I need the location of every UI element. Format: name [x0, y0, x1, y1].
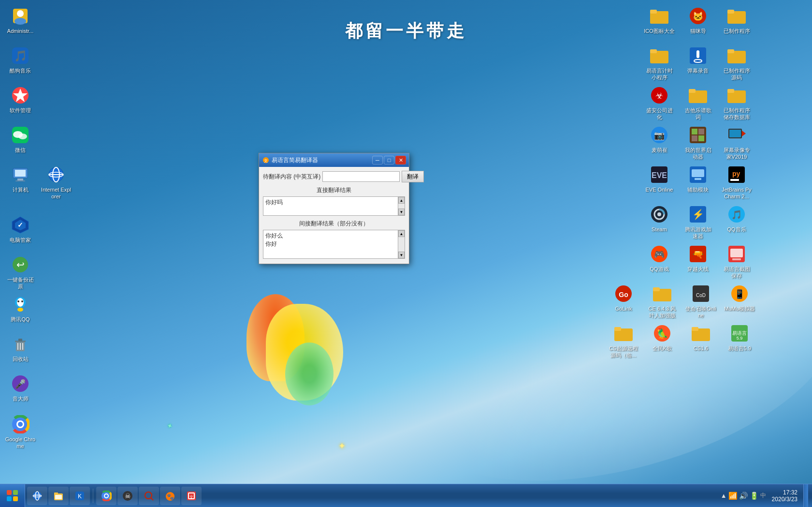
- icon-danmu-label: 弹幕录音: [687, 67, 709, 74]
- dialog-indirect-scrollbar[interactable]: ▲ ▼: [398, 230, 405, 258]
- icon-quanminge[interactable]: 🦜 全民K歌: [645, 321, 680, 354]
- icon-db-folder[interactable]: 已制作程序储存数据库: [719, 83, 754, 123]
- icon-quanminge-label: 全民K歌: [652, 345, 672, 352]
- show-desktop-button[interactable]: [803, 484, 808, 507]
- icon-qqgames[interactable]: 🎮 QQ游戏: [642, 242, 677, 274]
- icon-made-program-src-label: 已制作程序源码: [721, 67, 752, 81]
- systray-net[interactable]: 📶: [728, 492, 738, 500]
- icon-qqmusic-label: QQ音乐: [727, 226, 746, 233]
- logo-q2: [13, 490, 18, 495]
- icon-music-folder[interactable]: 吉他乐谱歌词: [681, 83, 715, 123]
- icon-software-mgr[interactable]: 软件管理: [3, 83, 38, 116]
- scrollbar-up-arrow[interactable]: ▲: [398, 197, 405, 204]
- icon-jetbrains[interactable]: py JetBrains PyCharm 2...: [719, 163, 754, 202]
- svg-text:☠: ☠: [125, 492, 131, 500]
- icon-biohazard[interactable]: ☣ 盛安公司进化: [642, 83, 677, 123]
- systray-arrow[interactable]: ▲: [721, 492, 727, 499]
- icon-qqmusic[interactable]: 🎵 QQ音乐: [719, 202, 754, 235]
- icon-qqgames-label: QQ游戏: [650, 266, 668, 272]
- svg-rect-55: [727, 49, 734, 53]
- dialog-translate-input[interactable]: [322, 171, 400, 182]
- icon-assist-module[interactable]: 辅助模块: [681, 163, 715, 195]
- icon-mumu[interactable]: 📱 MuMu模拟器: [722, 282, 757, 314]
- icon-cod-online[interactable]: CoD 使命召唤Online: [683, 282, 718, 321]
- icon-cs-remote[interactable]: CS起源远程源码（临...: [606, 321, 641, 361]
- taskbar-ie[interactable]: [27, 487, 47, 505]
- taskbar-kkmusic[interactable]: K: [70, 487, 90, 505]
- icon-yiyu59-label: 易语言5.9: [728, 345, 751, 352]
- systray-ime[interactable]: 中: [760, 492, 766, 500]
- taskbar-chrome[interactable]: [96, 487, 116, 505]
- icon-administrator[interactable]: Administr...: [3, 4, 38, 36]
- icon-electric-mgr[interactable]: ✓ 电脑管家: [3, 213, 38, 245]
- taskbar-frame[interactable]: 文: [181, 487, 202, 505]
- svg-rect-107: [692, 327, 698, 331]
- icon-made-program-src[interactable]: 已制作程序源码: [719, 44, 754, 83]
- icon-yiyu59[interactable]: 易语言 5.9 易语言5.9: [722, 321, 757, 354]
- icon-wechat[interactable]: 微信: [3, 123, 38, 155]
- icon-eve[interactable]: EVE EVE Online: [642, 163, 677, 195]
- icon-maomao[interactable]: 📷 麦萌崔: [642, 123, 677, 155]
- svg-text:🎮: 🎮: [654, 249, 665, 260]
- taskbar-explorer[interactable]: [48, 487, 69, 505]
- taskbar-hunter[interactable]: [139, 487, 159, 505]
- icon-ce-folder[interactable]: CE 6.4.3.风叶人加强版: [645, 282, 680, 321]
- scrollbar2-up-arrow[interactable]: ▲: [398, 230, 405, 237]
- icon-made-program-label: 已制作程序: [724, 28, 750, 34]
- icon-mogui[interactable]: 🐱 猫咪导: [681, 4, 715, 36]
- icon-golink[interactable]: Go GoLink: [606, 282, 641, 314]
- svg-text:5.9: 5.9: [737, 336, 743, 341]
- dialog-close-btn[interactable]: ✕: [395, 156, 406, 164]
- svg-rect-52: [696, 50, 699, 58]
- svg-rect-67: [692, 135, 697, 141]
- systray-bat[interactable]: 🔋: [750, 492, 759, 500]
- dialog-minimize-btn[interactable]: ─: [372, 156, 383, 164]
- icon-made-program[interactable]: 已制作程序: [719, 4, 754, 36]
- icon-kkmusic[interactable]: 🎵 酷狗音乐: [3, 44, 38, 76]
- icon-minecraft[interactable]: 我的世界启动器: [681, 123, 715, 163]
- clock[interactable]: 17:32 2020/3/23: [768, 489, 801, 503]
- dialog-direct-scrollbar[interactable]: ▲ ▼: [398, 197, 405, 215]
- icon-lol[interactable]: 🎤 音大师: [3, 372, 38, 404]
- dialog-direct-result-text: 你好吗: [263, 197, 398, 215]
- icon-steam[interactable]: Steam: [642, 202, 677, 235]
- icon-tencent-speed[interactable]: ⚡ 腾讯游戏加速器: [681, 202, 715, 242]
- icon-qq[interactable]: 腾讯QQ: [3, 292, 38, 325]
- dialog-titlebar[interactable]: 文 易语言简易翻译器 ─ □ ✕: [259, 153, 409, 167]
- scrollbar-down-arrow[interactable]: ▼: [398, 209, 405, 215]
- dialog-body: 待翻译内容 (中英互译) 翻译 直接翻译结果 你好吗 ▲ ▼ 间接翻译结果（部分…: [259, 167, 409, 264]
- icon-yiyu-timer[interactable]: 易语言计时小程序: [642, 44, 677, 83]
- svg-rect-59: [689, 89, 696, 93]
- icon-ie[interactable]: Internet Explorer: [39, 163, 73, 202]
- icon-assist-module-label: 辅助模块: [687, 186, 709, 193]
- icon-ce-folder-label: CE 6.4.3.风叶人加强版: [647, 305, 678, 319]
- icon-danmu[interactable]: 弹幕录音: [681, 44, 715, 76]
- svg-rect-65: [692, 129, 697, 134]
- svg-text:🔫: 🔫: [693, 249, 704, 260]
- icon-eve-label: EVE Online: [646, 186, 673, 193]
- icon-chrome[interactable]: Google Chrome: [3, 412, 38, 452]
- taskbar-divider: [93, 489, 93, 503]
- icon-restore[interactable]: ↩ 一键备份还原: [3, 253, 38, 292]
- scrollbar2-down-arrow[interactable]: ▼: [398, 252, 405, 258]
- icon-computer[interactable]: 计算机: [3, 163, 38, 195]
- taskbar-items: K ☠: [25, 484, 203, 507]
- icon-recycle[interactable]: 回收站: [3, 332, 38, 364]
- systray-vol[interactable]: 🔊: [739, 492, 748, 500]
- icon-screen-expert[interactable]: 屏幕录像专家V2019: [719, 123, 754, 163]
- svg-text:☣: ☣: [655, 91, 663, 101]
- svg-text:📷: 📷: [654, 130, 665, 141]
- start-button[interactable]: [0, 484, 25, 507]
- dialog-maximize-btn[interactable]: □: [384, 156, 394, 164]
- icon-cfvpn[interactable]: 🔫 穿越火线: [681, 242, 715, 274]
- svg-text:py: py: [732, 170, 740, 178]
- svg-text:🐾: 🐾: [167, 493, 174, 500]
- icon-cs16[interactable]: CS1.6: [683, 321, 718, 354]
- icon-ico-folder[interactable]: ICO图标大全: [642, 4, 677, 36]
- taskbar-paw[interactable]: 🐾: [160, 487, 180, 505]
- taskbar-game[interactable]: ☠: [117, 487, 138, 505]
- windows-logo: [7, 490, 18, 502]
- icon-restore-label: 一键备份还原: [5, 276, 36, 290]
- dialog-translate-button[interactable]: 翻译: [402, 171, 424, 182]
- icon-yiyu-capture[interactable]: 易语言截图保存: [719, 242, 754, 282]
